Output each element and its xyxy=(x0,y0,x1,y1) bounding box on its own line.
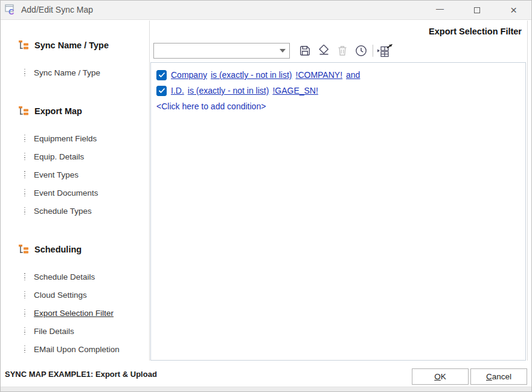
history-clock-icon xyxy=(354,44,368,57)
section-header-export-map: Export Map xyxy=(0,102,149,120)
apply-filter-tree-icon xyxy=(377,44,393,57)
sidebar-nav: Sync Name / Type Sync Name / Type Export… xyxy=(0,21,149,361)
sidebar-item-label: Equipment Fields xyxy=(34,134,97,143)
section-header-label: Sync Name / Type xyxy=(34,40,109,50)
close-button[interactable]: × xyxy=(495,0,532,20)
drag-handle-icon xyxy=(24,153,25,161)
cancel-button-label: Cancel xyxy=(486,372,511,381)
ok-button[interactable]: OK xyxy=(412,368,469,385)
condition-checkbox[interactable] xyxy=(156,86,167,96)
check-icon xyxy=(158,72,165,78)
sidebar-item-label: EMail Upon Completion xyxy=(34,345,120,354)
sidebar-item-event-documents[interactable]: Event Documents xyxy=(0,184,149,202)
add-condition-link[interactable]: <Click here to add condition> xyxy=(156,98,520,114)
section-header-label: Export Map xyxy=(34,106,82,116)
ok-button-label: OK xyxy=(434,372,446,381)
sidebar-item-label: Event Documents xyxy=(34,188,98,198)
condition-row: Company is (exactly - not in list) !COMP… xyxy=(156,67,520,83)
sidebar-item-schedule-details[interactable]: Schedule Details xyxy=(0,268,149,286)
conditions-area[interactable]: Company is (exactly - not in list) !COMP… xyxy=(150,62,526,361)
condition-field-link[interactable]: Company xyxy=(171,70,207,80)
sidebar-item-file-details[interactable]: File Details xyxy=(0,322,149,340)
clear-filter-button[interactable] xyxy=(314,42,333,59)
condition-operator-link[interactable]: is (exactly - not in list) xyxy=(188,86,269,95)
sidebar-item-label: Cloud Settings xyxy=(34,291,87,300)
apply-filter-button[interactable] xyxy=(376,42,394,59)
save-filter-button[interactable] xyxy=(295,42,314,59)
section-scheduling: Scheduling Schedule Details Cloud Settin… xyxy=(0,240,149,358)
saved-filter-combobox[interactable] xyxy=(153,43,290,59)
panel-title: Export Selection Filter xyxy=(429,27,522,36)
drag-handle-icon xyxy=(24,327,25,335)
eraser-icon xyxy=(316,45,331,57)
window-controls: — × xyxy=(421,0,532,20)
drag-handle-icon xyxy=(24,171,25,179)
maximize-icon xyxy=(474,7,480,13)
section-sync-name-type: Sync Name / Type Sync Name / Type xyxy=(0,36,149,82)
bottom-strip xyxy=(0,387,532,392)
add-edit-sync-map-dialog: C Add/Edit Sync Map — × xyxy=(0,0,532,392)
sidebar-item-schedule-types[interactable]: Schedule Types xyxy=(0,202,149,220)
sidebar-item-label: Sync Name / Type xyxy=(34,68,100,77)
sidebar-item-event-types[interactable]: Event Types xyxy=(0,165,149,184)
drag-handle-icon xyxy=(24,189,25,197)
delete-filter-button[interactable] xyxy=(333,42,351,59)
sync-map-status-text: SYNC MAP EXAMPLE1: Export & Upload xyxy=(5,370,157,379)
minimize-icon: — xyxy=(436,5,444,13)
sidebar-item-cloud-settings[interactable]: Cloud Settings xyxy=(0,286,149,304)
sidebar-item-label: Export Selection Filter xyxy=(34,309,114,318)
condition-conjunction-link[interactable]: and xyxy=(346,70,360,80)
toolbar-separator xyxy=(373,45,373,57)
tree-section-icon xyxy=(19,40,29,50)
app-logo-icon: C xyxy=(5,4,17,16)
chevron-down-icon xyxy=(280,49,286,53)
drag-handle-icon xyxy=(24,291,25,299)
close-icon: × xyxy=(510,4,517,16)
section-header-sync-name-type: Sync Name / Type xyxy=(0,36,149,54)
drag-handle-icon xyxy=(24,135,25,143)
sidebar-item-label: File Details xyxy=(34,327,74,336)
export-selection-filter-panel: Export Selection Filter xyxy=(149,21,528,361)
condition-checkbox[interactable] xyxy=(156,70,167,80)
drag-handle-icon xyxy=(24,69,25,77)
section-header-label: Scheduling xyxy=(34,245,82,254)
drag-handle-icon xyxy=(24,345,25,353)
maximize-button[interactable] xyxy=(458,0,495,20)
sidebar-item-label: Schedule Types xyxy=(34,207,92,216)
drag-handle-icon xyxy=(24,309,25,317)
titlebar: C Add/Edit Sync Map — × xyxy=(0,0,532,20)
drag-handle-icon xyxy=(24,273,25,281)
tree-section-icon xyxy=(19,106,29,116)
condition-field-link[interactable]: I.D. xyxy=(171,86,184,95)
dialog-buttons: OK Cancel xyxy=(412,368,527,385)
sidebar-item-sync-name-type[interactable]: Sync Name / Type xyxy=(0,63,149,82)
condition-value-link[interactable]: !COMPANY! xyxy=(296,70,343,80)
filter-toolbar xyxy=(153,42,524,59)
tree-section-icon xyxy=(19,245,29,254)
filter-history-button[interactable] xyxy=(351,42,370,59)
window-title: Add/Edit Sync Map xyxy=(21,5,93,14)
condition-row: I.D. is (exactly - not in list) !GAGE_SN… xyxy=(156,83,520,98)
sidebar-item-label: Equip. Details xyxy=(34,152,84,161)
save-icon xyxy=(299,45,311,57)
sidebar-item-export-selection-filter[interactable]: Export Selection Filter xyxy=(0,304,149,322)
condition-operator-link[interactable]: is (exactly - not in list) xyxy=(211,70,292,80)
trash-icon xyxy=(337,45,348,57)
sidebar-item-email-upon-completion[interactable]: EMail Upon Completion xyxy=(0,340,149,358)
minimize-button[interactable]: — xyxy=(421,0,458,20)
sidebar-item-label: Schedule Details xyxy=(34,272,95,281)
sidebar-item-label: Event Types xyxy=(34,170,79,179)
check-icon xyxy=(158,88,165,94)
section-header-scheduling: Scheduling xyxy=(0,240,149,259)
sidebar-item-equip-details[interactable]: Equip. Details xyxy=(0,147,149,165)
sidebar-item-equipment-fields[interactable]: Equipment Fields xyxy=(0,129,149,147)
cancel-button[interactable]: Cancel xyxy=(470,368,527,385)
condition-value-link[interactable]: !GAGE_SN! xyxy=(272,86,318,95)
svg-text:C: C xyxy=(8,7,14,16)
drag-handle-icon xyxy=(24,207,25,215)
section-export-map: Export Map Equipment Fields Equip. Detai… xyxy=(0,102,149,220)
